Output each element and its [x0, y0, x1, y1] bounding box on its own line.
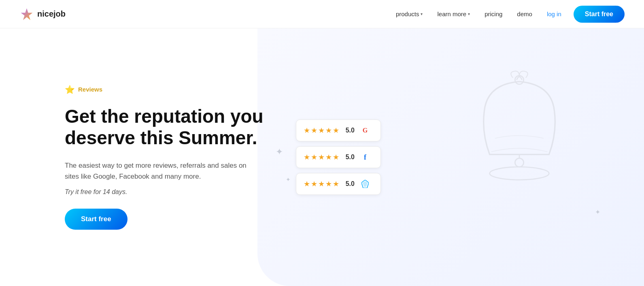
diamond-platform-icon: [359, 178, 371, 190]
other-stars: ★ ★ ★ ★ ★: [304, 179, 339, 188]
badge-label: Reviews: [78, 86, 102, 93]
nav-learn-more[interactable]: learn more ▾: [431, 7, 476, 21]
logo-text: nicejob: [37, 9, 66, 19]
hero-section: ⭐ Reviews Get the reputation you deserve…: [0, 28, 644, 286]
facebook-rating-card: ★ ★ ★ ★ ★ 5.0 f: [296, 146, 381, 168]
bell-illustration-icon: [463, 68, 576, 198]
hero-trial-text: Try it free for 14 days.: [65, 188, 264, 196]
google-rating-card: ★ ★ ★ ★ ★ 5.0 G: [296, 120, 381, 141]
google-stars: ★ ★ ★ ★ ★: [304, 126, 339, 135]
nav-products[interactable]: products ▾: [390, 7, 429, 21]
google-platform-icon: G: [359, 125, 371, 136]
navbar: nicejob products ▾ learn more ▾ pricing …: [0, 0, 644, 28]
svg-marker-5: [363, 181, 368, 187]
facebook-rating-score: 5.0: [346, 154, 355, 161]
nav-start-free-button[interactable]: Start free: [574, 6, 625, 23]
nav-demo[interactable]: demo: [511, 7, 538, 21]
svg-point-2: [515, 158, 523, 167]
other-rating-card: ★ ★ ★ ★ ★ 5.0: [296, 173, 381, 195]
hero-illustration: ✦ ✦ ✦ ★ ★ ★ ★ ★ 5.0 G ★ ★: [264, 60, 625, 254]
other-rating-score: 5.0: [346, 180, 355, 188]
nav-links: products ▾ learn more ▾ pricing demo log…: [390, 6, 625, 23]
hero-title: Get the reputation you deserve this Summ…: [65, 106, 264, 149]
google-rating-score: 5.0: [346, 127, 355, 134]
chevron-down-icon: ▾: [421, 12, 423, 16]
chevron-down-icon: ▾: [468, 12, 470, 16]
badge-star-icon: ⭐: [65, 85, 75, 94]
facebook-platform-icon: f: [359, 152, 371, 163]
logo-icon: [19, 7, 34, 21]
hero-badge: ⭐ Reviews: [65, 85, 264, 94]
hero-description: The easiest way to get more reviews, ref…: [65, 160, 251, 182]
facebook-stars: ★ ★ ★ ★ ★: [304, 153, 339, 162]
nav-pricing[interactable]: pricing: [479, 7, 508, 21]
rating-cards: ★ ★ ★ ★ ★ 5.0 G ★ ★ ★ ★ ★ 5.0: [296, 120, 381, 195]
hero-content: ⭐ Reviews Get the reputation you deserve…: [65, 85, 264, 230]
sparkle-icon-2: ✦: [286, 177, 291, 182]
svg-point-0: [490, 167, 549, 180]
sparkle-icon-3: ✦: [595, 209, 600, 216]
nav-login[interactable]: log in: [541, 7, 567, 21]
hero-start-free-button[interactable]: Start free: [65, 209, 128, 230]
logo[interactable]: nicejob: [19, 7, 66, 21]
sparkle-icon-1: ✦: [276, 147, 283, 156]
